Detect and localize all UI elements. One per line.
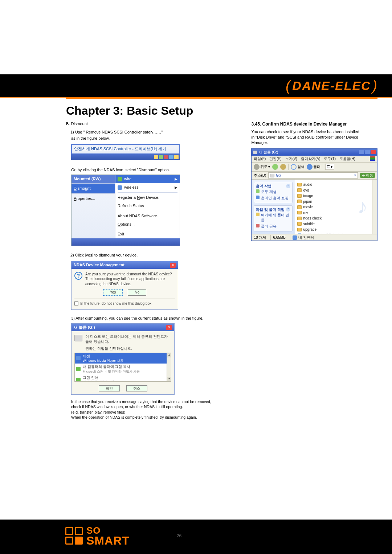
close-icon[interactable]: ×	[166, 325, 172, 330]
ctx-register-new-device[interactable]: Register a New Device...	[115, 193, 180, 202]
print-icon	[76, 378, 81, 382]
ctx-item-dismount[interactable]: DDismountismount	[72, 183, 115, 193]
list-item[interactable]: subtitle	[297, 221, 375, 227]
back-button[interactable]: 뒤로 ▾	[254, 164, 270, 170]
file-folder-tasks-box: 파일 및 폴더 작업⌃ 여기에 새 폴더 만들 폴더 공유	[254, 205, 293, 231]
drive-icon	[74, 335, 82, 341]
list-item[interactable]: upgrade	[297, 227, 375, 233]
list-item[interactable]: dvd	[297, 188, 375, 193]
dialog-message-2: The dismounting may fail if some applica…	[85, 276, 175, 286]
menu-file[interactable]: 파일(F)	[254, 156, 266, 161]
close-icon[interactable]: ×	[170, 263, 176, 268]
note-line-3: (e.g. transfer, play, remove files)	[71, 410, 240, 415]
collapse-icon[interactable]: ⌃	[286, 184, 290, 188]
list-item[interactable]: [예2] 아리랑 - SG 워너비	[297, 233, 375, 234]
up-icon[interactable]	[280, 164, 286, 170]
figure-context-menu: Mounted (RW) DDismountismount Properties…	[71, 175, 180, 246]
no-button[interactable]: No	[128, 289, 146, 296]
figure-explorer-window: 새 볼륨 (G:) 파일(F) 편집(E) 보기(V) 즐겨찾기(A) 도구(T…	[251, 148, 377, 241]
ctx-item-properties[interactable]: Properties...	[72, 193, 115, 204]
figure-safely-remove-balloon: 안전하게 NDAS SCSI Controller - 드라이브(H:) 제거	[71, 144, 180, 154]
chevron-down-icon[interactable]: ▾	[354, 173, 356, 177]
music-file-icon	[297, 233, 302, 234]
right-p2: in "Disk Drive" and "SCSI and RAID contr…	[251, 135, 377, 140]
music-watermark-icon: ♪	[358, 193, 368, 220]
music-tasks-box: 음악 작업⌃ 모두 재생 온라인 음악 쇼핑	[254, 182, 293, 203]
maximize-icon[interactable]	[365, 150, 370, 154]
tray-icon	[164, 155, 168, 159]
folder-icon	[297, 194, 302, 198]
window-title: 새 볼륨 (G:)	[259, 150, 278, 155]
list-item[interactable]: 재생Windows Media Player 사용	[75, 353, 171, 364]
close-icon[interactable]	[371, 150, 376, 154]
ctx-exit[interactable]: Exit	[115, 230, 180, 238]
ctx-about[interactable]: About NDAS Software...	[115, 212, 180, 220]
back-icon	[254, 164, 260, 170]
task-item[interactable]: 모두 재생	[256, 189, 290, 195]
list-item[interactable]: 내 컴퓨터의 폴더에 그림 복사Microsoft 스캐너 및 카메라 마법사 …	[75, 364, 171, 374]
figure-current-status-dialog: 새 볼륨 (G:) × 이 디스크 또는 드라이브에는 여러 종류의 컨텐트가 …	[71, 323, 175, 395]
list-item[interactable]: 그림 인쇄사진 인쇄 마법사 사용	[75, 374, 171, 382]
brand-bar: (DANE-ELEC)	[0, 74, 392, 98]
folder-icon	[297, 205, 302, 209]
status-object-count: 10 개체	[254, 235, 266, 240]
folders-button[interactable]: 폴더	[307, 164, 320, 170]
yes-button[interactable]: Yes	[103, 289, 123, 296]
window-titlebar: 새 볼륨 (G:)	[252, 149, 377, 156]
or-note: Or, by clicking the NDAS icon, select "D…	[71, 167, 240, 173]
address-input[interactable]: G:\ ▾	[268, 172, 358, 179]
play-icon	[256, 189, 260, 193]
ctx-options[interactable]: Options...	[115, 220, 180, 229]
folder-icon	[297, 200, 302, 203]
scroll-up-icon[interactable]: ▴	[167, 353, 171, 357]
share-folder-icon	[256, 224, 260, 227]
step-3: 3) After dismounting, you can see the cu…	[71, 316, 240, 321]
shop-icon	[256, 196, 260, 199]
media-player-icon	[76, 356, 81, 360]
menu-view[interactable]: 보기(V)	[285, 156, 297, 161]
menu-help[interactable]: 도움말(H)	[339, 156, 355, 161]
menu-edit[interactable]: 편집(E)	[269, 156, 281, 161]
menu-favorites[interactable]: 즐겨찾기(A)	[301, 156, 320, 161]
vertical-scrollbar[interactable]: ▴ ▾	[167, 353, 171, 381]
vertical-scrollbar[interactable]	[372, 180, 377, 234]
ok-button[interactable]: 확인	[99, 385, 120, 392]
figure-taskbar-strip	[72, 238, 180, 246]
step-2: 2) Click [yes] to dismount your device.	[66, 253, 240, 258]
do-not-show-checkbox[interactable]	[74, 301, 78, 305]
list-item[interactable]: audio	[297, 182, 375, 188]
menu-tools[interactable]: 도구(T)	[324, 156, 336, 161]
ctx-submenu-wire[interactable]: wire▶	[115, 175, 180, 183]
task-item[interactable]: 온라인 음악 쇼핑	[256, 195, 290, 201]
cancel-button[interactable]: 취소	[126, 385, 147, 392]
device-icon	[118, 185, 122, 190]
menubar: 파일(F) 편집(E) 보기(V) 즐겨찾기(A) 도구(T) 도움말(H)	[252, 156, 377, 163]
ctx-refresh-status[interactable]: Refresh Status	[115, 202, 180, 210]
forward-icon[interactable]	[272, 164, 278, 170]
safely-remove-text: 안전하게 NDAS SCSI Controller - 드라이브(H:) 제거	[74, 146, 166, 152]
dialog-titlebar: NDAS Device Management ×	[72, 261, 178, 269]
search-icon	[291, 164, 297, 170]
task-item[interactable]: 여기에 새 폴더 만들	[256, 212, 290, 223]
step-1-line1: 1) Use " Remove NDAS SCSI Controller saf…	[66, 130, 240, 135]
note-line-2: check if NDAS window is open, or whether…	[71, 404, 240, 409]
view-dropdown[interactable]: 🗔▾	[325, 164, 334, 170]
collapse-icon[interactable]: ⌃	[286, 207, 290, 212]
status-size: 6,65MB	[270, 235, 285, 240]
status-line-2: 원하는 작업을 선택하십시오.	[85, 346, 171, 351]
minimize-icon[interactable]	[359, 150, 364, 154]
address-label: 주소(D)	[254, 173, 266, 178]
ctx-header-mounted: Mounted (RW)	[72, 175, 115, 183]
task-item[interactable]: 폴더 공유	[256, 223, 290, 230]
new-folder-icon	[256, 213, 259, 216]
ctx-submenu-wireless[interactable]: wireless▶	[115, 183, 180, 192]
folder-icon	[297, 183, 302, 186]
toolbar-separator	[323, 164, 323, 170]
chevron-right-icon: ▶	[175, 177, 177, 182]
search-button[interactable]: 검색	[291, 164, 305, 170]
action-listbox[interactable]: 재생Windows Media Player 사용 내 컴퓨터의 폴더에 그림 …	[74, 353, 171, 382]
scroll-down-icon[interactable]: ▾	[167, 377, 171, 381]
tasks-title: 음악 작업	[256, 184, 271, 189]
folders-icon	[307, 164, 313, 170]
go-button[interactable]: ➔ 이동	[360, 173, 375, 178]
